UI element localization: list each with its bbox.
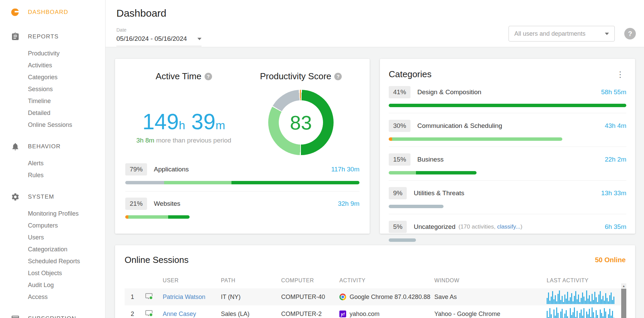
category-percent-badge: 15% <box>389 153 410 166</box>
category-value: 6h 35m <box>605 223 626 231</box>
sidebar-item-online-sessions[interactable]: Online Sessions <box>28 119 105 131</box>
sidebar-section-label: SYSTEM <box>28 194 54 200</box>
yahoo-icon: y! <box>339 311 346 317</box>
sidebar-item-users[interactable]: Users <box>28 232 105 244</box>
scrollbar-thumb[interactable] <box>621 289 626 318</box>
category-value: 13h 33m <box>601 189 626 197</box>
table-row[interactable]: 1 Patricia Watson IT (NY) COMPUTER-40 Go… <box>125 288 626 305</box>
categories-card: Categories ⋮ 41% Design & Composition 58… <box>380 59 635 234</box>
clipboard-icon <box>10 32 20 42</box>
sidebar-item-detailed[interactable]: Detailed <box>28 107 105 119</box>
applications-value: 117h 30m <box>331 166 359 173</box>
sidebar-item-dashboard[interactable]: DASHBOARD <box>0 3 105 21</box>
sidebar-section-system-header[interactable]: SYSTEM <box>0 188 105 206</box>
sidebar-section-behavior: BEHAVIOR Alerts Rules <box>0 138 105 181</box>
sidebar-item-alerts[interactable]: Alerts <box>28 157 105 169</box>
column-activity: ACTIVITY <box>339 278 434 284</box>
column-last-activity: LAST ACTIVITY <box>547 278 626 284</box>
computer-cell: COMPUTER-40 <box>281 294 339 301</box>
table-header: USER PATH COMPUTER ACTIVITY WINDOW LAST … <box>125 273 626 288</box>
sidebar-section-behavior-header[interactable]: BEHAVIOR <box>0 138 105 155</box>
sidebar-item-activities[interactable]: Activities <box>28 60 105 71</box>
sidebar-section-reports: REPORTS Productivity Activities Categori… <box>0 28 105 131</box>
sidebar-section-label: SUBSCRIPTION <box>28 315 76 318</box>
category-row: 15% Business 22h 2m <box>389 147 626 181</box>
sidebar-section-reports-header[interactable]: REPORTS <box>0 28 105 46</box>
classify-link[interactable]: classify... <box>497 223 520 230</box>
sidebar-item-categorization[interactable]: Categorization <box>28 244 105 255</box>
sidebar-item-lost-objects[interactable]: Lost Objects <box>28 267 105 279</box>
category-row: 30% Communication & Scheduling 43h 4m <box>389 113 626 147</box>
websites-value: 32h 9m <box>338 200 359 207</box>
category-label: Utilities & Threats <box>414 189 464 197</box>
category-bar <box>389 238 416 242</box>
users-departments-dropdown[interactable]: All users and departments <box>509 26 615 41</box>
sidebar-item-access[interactable]: Access <box>28 291 105 303</box>
chevron-down-icon <box>197 38 202 40</box>
sidebar-item-rules[interactable]: Rules <box>28 169 105 181</box>
websites-label: Websites <box>154 200 180 207</box>
category-value: 22h 2m <box>605 156 626 163</box>
productivity-donut-chart: 83 <box>268 90 334 155</box>
activity-cell: Google Chrome 87.0.4280.88 <box>350 294 430 301</box>
table-row[interactable]: 2 Anne Casey Sales (LA) COMPUTER-2 y! ya… <box>125 305 626 318</box>
active-time-delta: 3h 8m more than previous period <box>136 137 231 144</box>
online-count-badge: 50 Online <box>595 256 626 264</box>
computer-cell: COMPUTER-2 <box>281 311 339 318</box>
category-label: Communication & Scheduling <box>417 122 502 130</box>
help-button[interactable]: ? <box>624 28 636 39</box>
table-scrollbar[interactable]: ▲ <box>621 283 626 318</box>
sidebar-item-scheduled-reports[interactable]: Scheduled Reports <box>28 255 105 267</box>
category-percent-badge: 5% <box>389 221 407 233</box>
credit-card-icon <box>10 314 20 318</box>
activity-cell: yahoo.com <box>350 311 380 318</box>
category-bar <box>389 205 444 208</box>
sidebar-item-sessions[interactable]: Sessions <box>28 83 105 95</box>
category-row: 41% Design & Composition 58h 55m <box>389 80 626 113</box>
divider <box>125 191 359 191</box>
row-number: 1 <box>125 294 145 301</box>
category-percent-badge: 30% <box>389 120 410 132</box>
category-row: 5% Uncategorized (170 activities, classi… <box>389 214 626 248</box>
sidebar-item-computers[interactable]: Computers <box>28 220 105 232</box>
help-icon[interactable]: ? <box>205 73 212 80</box>
help-icon[interactable]: ? <box>334 73 342 80</box>
window-cell: Save As <box>434 294 547 301</box>
applications-stat: 79% Applications 117h 30m <box>125 163 359 191</box>
applications-label: Applications <box>154 166 189 173</box>
productivity-score-value: 83 <box>290 111 312 134</box>
path-cell: Sales (LA) <box>221 311 281 318</box>
date-range-value: 05/16/2024 - 05/16/2024 <box>116 35 187 43</box>
sidebar-item-audit-log[interactable]: Audit Log <box>28 279 105 291</box>
sidebar-section-subscription-header[interactable]: SUBSCRIPTION <box>0 310 105 318</box>
category-value: 58h 55m <box>601 88 626 96</box>
applications-bar <box>125 181 359 184</box>
user-link[interactable]: Anne Casey <box>163 311 221 318</box>
online-sessions-title: Online Sessions <box>125 255 189 265</box>
category-label: Design & Composition <box>417 88 481 96</box>
sidebar-item-timeline[interactable]: Timeline <box>28 95 105 107</box>
sidebar-item-categories[interactable]: Categories <box>28 71 105 83</box>
sidebar-item-monitoring-profiles[interactable]: Monitoring Profiles <box>28 208 105 220</box>
websites-bar <box>125 215 190 219</box>
dashboard-content: Active Time ? 149h 39m 3h 8m more than p… <box>106 47 644 318</box>
user-link[interactable]: Patricia Watson <box>163 294 221 301</box>
sidebar-item-productivity[interactable]: Productivity <box>28 48 105 60</box>
date-range-picker[interactable]: Date 05/16/2024 - 05/16/2024 <box>116 27 202 46</box>
sidebar-section-subscription: SUBSCRIPTION <box>0 310 105 318</box>
chrome-icon <box>339 294 346 300</box>
category-value: 43h 4m <box>605 122 626 130</box>
chevron-down-icon <box>605 33 609 35</box>
scroll-up-icon[interactable]: ▲ <box>621 283 626 289</box>
page-title: Dashboard <box>116 7 636 19</box>
bell-icon <box>10 141 20 152</box>
last-activity-sparkline <box>547 307 615 318</box>
category-extra: (170 activities, classify...) <box>458 223 522 230</box>
category-row: 9% Utilities & Threats 13h 33m <box>389 181 626 214</box>
kebab-menu-icon[interactable]: ⋮ <box>614 70 626 79</box>
applications-percent-badge: 79% <box>125 163 147 175</box>
page-header: Dashboard Date 05/16/2024 - 05/16/2024 A… <box>106 0 644 47</box>
date-label: Date <box>116 27 202 33</box>
main-area: Dashboard Date 05/16/2024 - 05/16/2024 A… <box>106 0 644 318</box>
sidebar: DASHBOARD REPORTS Productivity Activitie… <box>0 0 106 318</box>
